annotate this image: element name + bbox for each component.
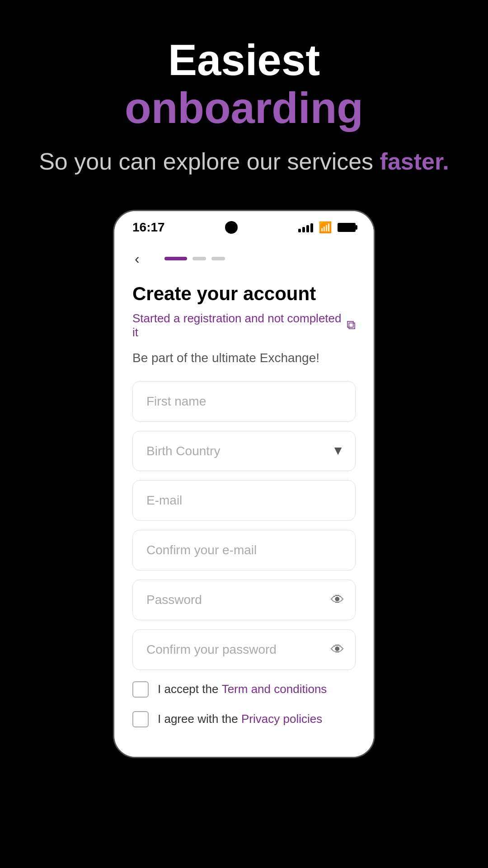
hero-title: Easiest onboarding: [27, 36, 461, 132]
app-content: ‹ Create your account Started a registra…: [114, 239, 374, 757]
privacy-text: I agree with the: [158, 712, 241, 726]
birth-country-select[interactable]: Birth Country: [132, 431, 356, 471]
phone-screen: 16:17 📶 ‹: [114, 211, 374, 757]
progress-step-3: [211, 257, 225, 260]
email-input[interactable]: [132, 480, 356, 521]
status-time: 16:17: [132, 220, 165, 235]
progress-bar: [164, 257, 225, 260]
phone-mockup: 16:17 📶 ‹: [113, 210, 375, 758]
first-name-group: [132, 381, 356, 422]
status-icons: 📶: [298, 221, 356, 234]
birth-country-group: Birth Country ▼: [132, 431, 356, 471]
privacy-group: I agree with the Privacy policies: [132, 709, 356, 730]
confirm-email-input[interactable]: [132, 530, 356, 571]
password-input[interactable]: [132, 580, 356, 620]
terms-text: I accept the: [158, 682, 222, 696]
signal-icon: [298, 222, 313, 232]
hero-title-white: Easiest: [168, 36, 320, 84]
resume-link[interactable]: Started a registration and not completed…: [132, 311, 356, 340]
privacy-checkbox[interactable]: [132, 711, 149, 727]
hero-section: Easiest onboarding So you can explore ou…: [0, 0, 488, 196]
privacy-link[interactable]: Privacy policies: [241, 712, 322, 726]
confirm-email-group: [132, 530, 356, 571]
terms-link[interactable]: Term and conditions: [222, 682, 327, 696]
terms-checkbox[interactable]: [132, 681, 149, 698]
nav-bar: ‹: [132, 248, 356, 269]
terms-group: I accept the Term and conditions: [132, 679, 356, 700]
terms-label: I accept the Term and conditions: [158, 682, 327, 696]
resume-text: Started a registration and not completed…: [132, 311, 342, 340]
progress-step-1: [164, 257, 187, 260]
form-subtitle: Be part of the ultimate Exchange!: [132, 351, 356, 365]
page-title: Create your account: [132, 283, 356, 305]
hero-subtitle: So you can explore our services faster.: [27, 145, 461, 178]
password-group: 👁: [132, 580, 356, 620]
hero-subtitle-accent: faster.: [380, 148, 449, 175]
battery-icon: [338, 223, 356, 232]
confirm-password-eye-icon[interactable]: 👁: [331, 642, 344, 657]
progress-step-2: [192, 257, 206, 260]
status-bar: 16:17 📶: [114, 211, 374, 239]
email-group: [132, 480, 356, 521]
first-name-input[interactable]: [132, 381, 356, 422]
password-eye-icon[interactable]: 👁: [331, 592, 344, 608]
external-link-icon: ⧉: [347, 318, 356, 333]
wifi-icon: 📶: [319, 221, 332, 234]
hero-title-purple: onboarding: [125, 84, 363, 132]
hero-subtitle-text: So you can explore our services: [39, 148, 380, 175]
privacy-label: I agree with the Privacy policies: [158, 712, 322, 726]
back-button[interactable]: ‹: [132, 248, 142, 269]
camera-pill: [225, 221, 238, 234]
confirm-password-input[interactable]: [132, 629, 356, 670]
confirm-password-group: 👁: [132, 629, 356, 670]
